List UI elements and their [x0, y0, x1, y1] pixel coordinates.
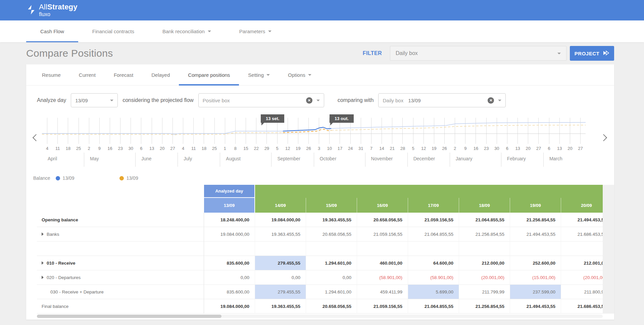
filter-select[interactable]: Daily box [390, 46, 566, 61]
value-cell: 459.411,99 [357, 285, 408, 299]
value-cell: 20.658.056,55 [306, 299, 357, 314]
value-cell: 20.658.056,55 [357, 213, 408, 227]
month-label: November [365, 153, 407, 167]
tab-forecast[interactable]: Forecast [105, 64, 142, 85]
day-tick-label: 25 [73, 146, 84, 151]
column-header-date: 17/09 [408, 198, 459, 213]
row-label: Banks [37, 227, 204, 241]
comparing-with-select[interactable]: Daily box 13/09 ✕ [378, 93, 506, 107]
clear-icon[interactable]: ✕ [488, 97, 494, 104]
value-cell: 21.256.854,55 [459, 299, 510, 314]
column-header-date: 19/09 [510, 198, 561, 213]
value-cell: 1.294.601,00 [306, 256, 357, 270]
table-row: 010 - Receive835.600,00279.455,551.294.6… [37, 256, 603, 270]
day-tick-label: 17 [335, 146, 345, 151]
value-cell: 19.363.455,55 [255, 227, 306, 241]
day-tick-label: 8 [230, 146, 241, 151]
nav-item-financial-contracts[interactable]: Financial contracts [78, 20, 148, 42]
column-header-date: 18/09 [459, 198, 510, 213]
marker-start-tooltip: 13 set. [261, 114, 284, 123]
month-label: December [407, 153, 450, 167]
project-button[interactable]: PROJECT [570, 46, 614, 61]
row-label: Final balance [37, 299, 204, 314]
day-tick-label: 2 [450, 146, 460, 151]
projected-flow-label: considering the projected flow [122, 97, 194, 103]
nav-item-bank-reconciliation[interactable]: Bank reconciliation [148, 20, 225, 42]
marker-end-tooltip: 13 out. [330, 114, 354, 123]
scrollbar-thumb[interactable] [37, 315, 221, 318]
day-tick-label: 1 [220, 146, 230, 151]
projected-flow-select[interactable]: Positive box ✕ [198, 93, 324, 107]
row-label: 020 - Departures [37, 270, 204, 285]
column-header-date: 14/09 [255, 198, 306, 213]
timeline-next-icon[interactable] [600, 134, 607, 141]
month-label: September [271, 153, 313, 167]
balance-timeline-chart: 13 set. 13 out. 411182529162330613202741… [26, 118, 614, 167]
value-cell: 5.699,00 [408, 285, 459, 299]
analyzed-day-header: Analyzed day [204, 185, 255, 198]
clear-icon[interactable]: ✕ [306, 97, 312, 104]
comparing-with-label: comparing with [338, 97, 374, 103]
tab-current[interactable]: Current [70, 64, 105, 85]
day-tick-label: 20 [565, 146, 575, 151]
day-tick-label: 26 [303, 146, 314, 151]
value-cell: 212.001,00 [561, 256, 603, 270]
value-cell: 279.455,55 [255, 285, 306, 299]
value-cell: 279.455,55 [255, 256, 306, 270]
month-label: February [501, 153, 543, 167]
column-header-date: 15/09 [306, 198, 357, 213]
value-cell: 21.494.453,55 [510, 299, 561, 314]
table-row: 030 - Receive + Departure835.600,00279.4… [37, 285, 603, 299]
month-label: April [42, 153, 84, 167]
value-cell: 21.494.453,55 [561, 213, 603, 227]
day-tick-label: 24 [345, 146, 356, 151]
timeline-prev-icon[interactable] [33, 134, 40, 141]
chevron-down-icon [208, 31, 211, 32]
day-tick-label: 27 [575, 146, 586, 151]
row-label [37, 241, 204, 256]
legend-item: 13/09 [56, 175, 75, 181]
analyze-day-label: Analyze day [37, 97, 66, 103]
day-tick-label: 9 [460, 146, 470, 151]
day-tick-label: 6 [502, 146, 512, 151]
horizontal-scrollbar[interactable] [37, 315, 603, 318]
value-cell: 1.294.601,00 [306, 285, 357, 299]
column-header-date: 16/09 [357, 198, 408, 213]
value-cell: 252.600,00 [510, 256, 561, 270]
value-cell [561, 241, 603, 256]
tab-options[interactable]: Options [279, 64, 320, 85]
expand-row-icon[interactable] [42, 276, 44, 279]
value-cell: 18.248.400,00 [204, 213, 255, 227]
column-header-date: 13/09 [204, 198, 255, 213]
filter-label: FILTER [363, 50, 382, 56]
nav-item-parameters[interactable]: Parameters [225, 20, 286, 42]
day-tick-label: 18 [63, 146, 73, 151]
day-tick-label: 27 [533, 146, 544, 151]
day-tick-label: 3 [314, 146, 324, 151]
chevron-down-icon [268, 31, 271, 32]
value-cell: 19.363.455,55 [255, 299, 306, 314]
play-forward-icon [603, 50, 609, 57]
value-cell: 20.658.056,55 [306, 227, 357, 241]
value-cell: 21.059.156,55 [357, 299, 408, 314]
expand-row-icon[interactable] [42, 261, 44, 265]
legend-item: 13/09 [119, 175, 138, 181]
tab-setting[interactable]: Setting [239, 64, 279, 85]
filter-row: Analyze day 13/09 considering the projec… [37, 93, 614, 108]
tab-delayed[interactable]: Delayed [142, 64, 179, 85]
day-tick-label: 16 [105, 146, 115, 151]
month-label: July [178, 153, 220, 167]
tab-compare-positions[interactable]: Compare positions [179, 64, 239, 85]
day-tick-label: 28 [397, 146, 408, 151]
nav-item-cash-flow[interactable]: Cash Flow [26, 20, 78, 42]
table-row: Final balance19.084.000,0019.363.455,552… [37, 299, 603, 314]
month-label: August [220, 153, 271, 167]
tab-resume[interactable]: Resume [33, 64, 70, 85]
analyze-day-select[interactable]: 13/09 [71, 93, 118, 107]
value-cell: 21.256.854,55 [459, 227, 510, 241]
filter-select-value: Daily box [396, 50, 418, 56]
value-cell [357, 241, 408, 256]
value-cell: 19.363.455,55 [306, 213, 357, 227]
expand-row-icon[interactable] [42, 232, 44, 236]
value-cell: 21.064.855,55 [408, 299, 459, 314]
